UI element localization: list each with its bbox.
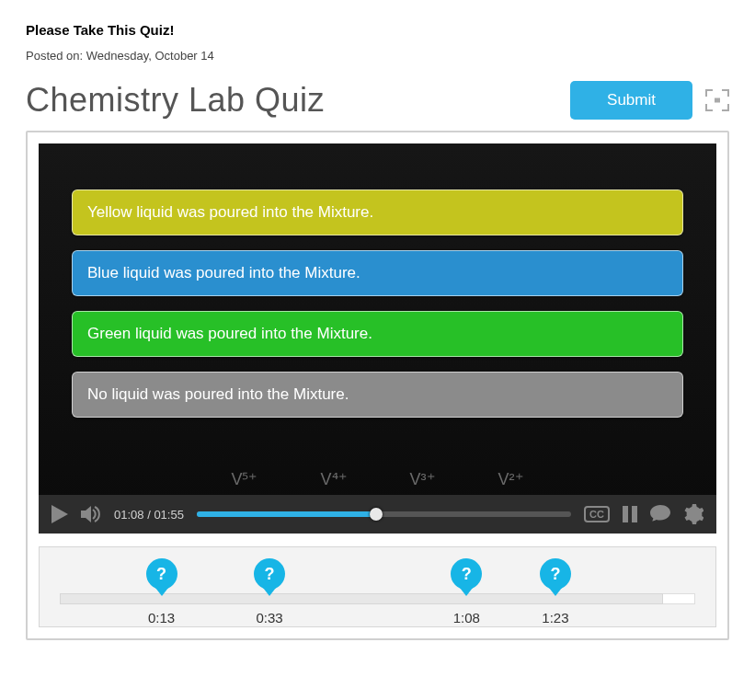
columns-icon[interactable] [623, 506, 637, 522]
volume-icon[interactable] [81, 506, 101, 522]
quiz-card: Zn +2VO²⁺ +4H⁺ —>2V³⁺ +Zn²⁺ +H₂O V⁵⁺ V⁴⁺… [26, 131, 729, 640]
answer-option-gray[interactable]: No liquid was poured into the Mixture. [72, 372, 683, 418]
timeline-track: ? 0:13 ? 0:33 ? 1:08 ? 1:23 [60, 568, 695, 608]
video-v-labels: V⁵⁺ V⁴⁺ V³⁺ V²⁺ [231, 469, 523, 489]
marker-time: 0:33 [256, 610, 282, 625]
answer-option-green[interactable]: Green liquid was poured into the Mixture… [72, 311, 683, 357]
answer-option-yellow[interactable]: Yellow liquid was poured into the Mixtur… [72, 189, 683, 235]
time-total: 01:55 [154, 508, 184, 522]
post-date: Posted on: Wednesday, October 14 [26, 49, 729, 63]
marker-time: 0:13 [148, 610, 175, 625]
video-player: Zn +2VO²⁺ +4H⁺ —>2V³⁺ +Zn²⁺ +H₂O V⁵⁺ V⁴⁺… [39, 143, 716, 534]
v-label: V⁴⁺ [321, 469, 348, 489]
v-label: V³⁺ [410, 469, 436, 489]
timeline-marker: ? 0:33 [254, 558, 285, 625]
timeline-marker: ? 1:08 [451, 558, 482, 625]
video-controls: 01:08 / 01:55 CC [39, 495, 716, 534]
marker-time: 1:23 [542, 610, 568, 625]
marker-time: 1:08 [453, 610, 480, 625]
progress-knob[interactable] [370, 508, 383, 521]
time-current: 01:08 [114, 508, 144, 522]
svg-marker-1 [81, 506, 91, 522]
cc-icon[interactable]: CC [584, 506, 610, 522]
comment-icon[interactable] [650, 505, 670, 523]
v-label: V⁵⁺ [231, 469, 257, 489]
video-time: 01:08 / 01:55 [114, 508, 184, 522]
video-progress-bar[interactable] [197, 511, 571, 517]
fullscreen-icon[interactable] [705, 89, 729, 111]
question-pin-icon[interactable]: ? [146, 558, 177, 590]
question-timeline: ? 0:13 ? 0:33 ? 1:08 ? 1:23 [39, 546, 716, 627]
timeline-marker: ? 0:13 [146, 558, 177, 625]
submit-button[interactable]: Submit [570, 81, 692, 120]
svg-marker-0 [51, 505, 68, 523]
play-icon[interactable] [51, 505, 68, 523]
answer-options: Yellow liquid was poured into the Mixtur… [72, 189, 683, 418]
question-pin-icon[interactable]: ? [254, 558, 285, 590]
quiz-title: Chemistry Lab Quiz [26, 81, 557, 120]
post-title: Please Take This Quiz! [26, 22, 729, 38]
question-pin-icon[interactable]: ? [540, 558, 571, 590]
v-label: V²⁺ [498, 469, 524, 489]
question-pin-icon[interactable]: ? [451, 558, 482, 590]
answer-option-blue[interactable]: Blue liquid was poured into the Mixture. [72, 250, 683, 296]
quiz-header: Chemistry Lab Quiz Submit [26, 81, 729, 120]
timeline-marker: ? 1:23 [540, 558, 571, 625]
settings-icon[interactable] [683, 504, 704, 524]
progress-filled [197, 511, 376, 517]
